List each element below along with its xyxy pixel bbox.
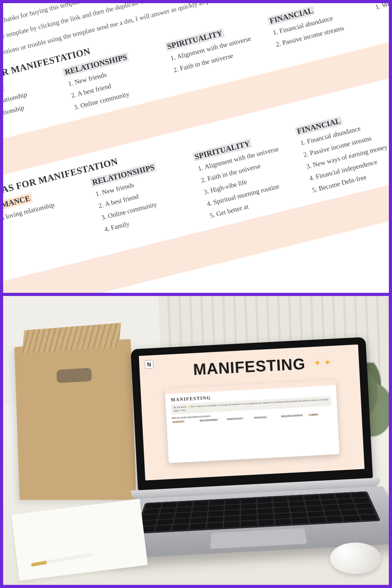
sparkles-icon: ✦ ✦ bbox=[313, 357, 332, 368]
template-closeup-panel: MANIFESTING I am Alicia ✨ Nice to meet y… bbox=[3, 3, 389, 293]
col-health-list: Weight loss / Weight gain bbox=[372, 3, 389, 14]
laptop-screen: N MANIFESTING ✦ ✦ MANIFESTING Hi, I'm Al… bbox=[139, 345, 365, 481]
lifestyle-mockup-panel: N MANIFESTING ✦ ✦ MANIFESTING Hi, I'm Al… bbox=[3, 296, 389, 585]
file-folder-box bbox=[15, 339, 136, 500]
list-item: Weight loss / Weight gain bbox=[381, 3, 389, 11]
notion-app-icon: N bbox=[145, 360, 154, 369]
keyboard-keys bbox=[135, 491, 381, 534]
trackpad bbox=[210, 528, 307, 549]
laptop-mockup: N MANIFESTING ✦ ✦ MANIFESTING Hi, I'm Al… bbox=[131, 337, 377, 577]
candle-decor bbox=[330, 543, 381, 574]
mini-template-preview: MANIFESTING Hi, I'm Alicia ✨ Nice to mee… bbox=[165, 380, 339, 463]
hero-title: MANIFESTING bbox=[193, 355, 306, 379]
folder-handle bbox=[56, 368, 92, 383]
laptop-bezel: N MANIFESTING ✦ ✦ MANIFESTING Hi, I'm Al… bbox=[131, 337, 373, 490]
tilted-document: MANIFESTING I am Alicia ✨ Nice to meet y… bbox=[3, 3, 389, 293]
